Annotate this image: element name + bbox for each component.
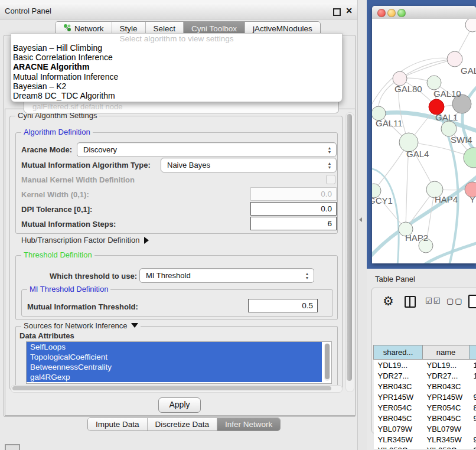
table-cell[interactable]: YIL052C [374, 445, 423, 449]
node-label: GAL [461, 66, 476, 76]
algorithm-option[interactable]: Bayesian – Hill Climbing [11, 43, 342, 53]
table-cell[interactable]: 13 [470, 360, 476, 371]
table-cell[interactable]: YBL079W [374, 423, 423, 434]
table-cell[interactable]: 8. [470, 402, 476, 413]
algorithm-option[interactable]: Mutual Information Inference [11, 72, 342, 81]
table-cell[interactable]: YPR145W [374, 392, 423, 402]
table-row[interactable]: YBR043CYBR043C [374, 381, 476, 392]
network-canvas[interactable]: GALGAL80GAL10GAL1GAL11SWI4GAL4GCY1HAP4YH… [372, 19, 476, 263]
table-cell[interactable]: YER054C [423, 402, 470, 413]
settings-vertical-scrollbar[interactable] [345, 112, 354, 392]
table-cell[interactable]: YLR345W [423, 434, 470, 445]
node-attribute-table[interactable]: shared...nameA YDL19...YDL19...13YDR27..… [373, 345, 476, 449]
table-row[interactable]: YBR045CYBR045C9. [374, 413, 476, 423]
table-row[interactable]: YPR145WYPR145W9. [374, 392, 476, 402]
threshold-definition-title: Threshold Definition [21, 250, 94, 259]
new-table-icon[interactable] [468, 295, 476, 308]
table-row[interactable]: YDL19...YDL19...13 [374, 360, 476, 371]
kernel-width-field[interactable]: 0.0 [250, 187, 337, 201]
table-row[interactable]: YLR345WYLR345W9. [374, 434, 476, 445]
table-row[interactable]: YDR27...YDR27...12 [374, 370, 476, 381]
table-cell[interactable]: 9. [470, 392, 476, 402]
which-threshold-combobox[interactable]: MI Threshold ▲▼ [139, 268, 314, 283]
dpi-tolerance-field[interactable]: 0.0 [250, 202, 337, 216]
table-cell[interactable]: YBR045C [423, 413, 470, 423]
table-cell[interactable]: YBR043C [423, 381, 470, 392]
cyni-mode-tabbar: Impute DataDiscretize DataInfer Network [87, 418, 281, 431]
data-attributes-list[interactable]: SelfLoopsTopologicalCoefficientBetweenne… [26, 341, 332, 384]
table-cell[interactable] [470, 381, 476, 392]
algorithm-option[interactable]: ARACNE Algorithm [11, 62, 342, 71]
column-header-A[interactable]: A [470, 345, 476, 360]
table-cell[interactable]: YPR145W [423, 392, 470, 402]
algorithm-option[interactable]: Bayesian – K2 [11, 81, 342, 91]
checked-boxes-icon[interactable]: ☑☑ [425, 296, 441, 305]
network-node[interactable] [465, 19, 476, 32]
minimized-panel-icon[interactable] [5, 444, 20, 450]
attribute-list-item[interactable]: TopologicalCoefficient [27, 352, 322, 362]
table-cell[interactable]: YDR27... [423, 370, 470, 381]
table-row[interactable]: YER054CYER054C8. [374, 402, 476, 413]
tab-label: Style [120, 24, 138, 33]
algorithm-list: Bayesian – Hill ClimbingBasic Correlatio… [11, 43, 342, 100]
aracne-mode-combobox[interactable]: Discovery ▲▼ [77, 142, 337, 157]
attribute-list-item[interactable]: gal4RGexp [27, 372, 322, 382]
table-cell[interactable]: YDL19... [423, 360, 470, 371]
settings-horizontal-scrollbar[interactable] [11, 385, 343, 393]
table-cell[interactable]: 12 [470, 370, 476, 381]
tab-discretize-data[interactable]: Discretize Data [148, 418, 218, 431]
table-cell[interactable]: YBR043C [374, 381, 423, 392]
divider-collapse-handle[interactable] [359, 217, 362, 222]
table-cell[interactable]: YDR27... [374, 370, 423, 381]
tab-label: Impute Data [96, 420, 139, 429]
algorithm-option[interactable]: Dream8 DC_TDC Algorithm [11, 91, 342, 100]
panel-divider[interactable] [358, 0, 367, 450]
mi-steps-field[interactable]: 6 [250, 217, 337, 230]
columns-icon[interactable] [405, 296, 416, 308]
sources-title[interactable]: Sources for Network Inference [21, 321, 141, 330]
table-cell[interactable] [470, 423, 476, 434]
minimize-traffic-light-icon[interactable] [387, 9, 396, 17]
tab-label: Network [74, 24, 104, 33]
dpi-tolerance-value: 0.0 [321, 204, 332, 213]
close-icon[interactable]: ✕ [345, 6, 353, 15]
column-header-name[interactable]: name [423, 345, 470, 360]
apply-button[interactable]: Apply [158, 397, 201, 413]
network-window[interactable]: GALGAL80GAL10GAL1GAL11SWI4GAL4GCY1HAP4YH… [372, 6, 476, 263]
table-cell[interactable]: 9 [470, 445, 476, 449]
network-node[interactable] [447, 51, 462, 67]
tab-impute-data[interactable]: Impute Data [88, 418, 148, 431]
attribute-list-item[interactable]: SelfLoops [27, 342, 322, 352]
table-cell[interactable]: YBR045C [374, 413, 423, 423]
manual-kernel-checkbox[interactable] [326, 175, 335, 184]
table-cell[interactable]: YDL19... [374, 360, 423, 371]
table-cell[interactable]: YIL052C [423, 445, 470, 449]
mi-threshold-field[interactable]: 0.5 [248, 299, 318, 312]
hub-definition-toggle[interactable]: Hub/Transcription Factor Definition [21, 236, 149, 244]
table-row[interactable]: YBL079WYBL079W [374, 423, 476, 434]
node-label: SWI4 [451, 135, 472, 145]
close-traffic-light-icon[interactable] [377, 9, 386, 17]
zoom-traffic-light-icon[interactable] [397, 9, 406, 17]
table-cell[interactable]: YBL079W [423, 423, 470, 434]
table-row[interactable]: YIL052CYIL052C9 [374, 445, 476, 449]
network-graph: GALGAL80GAL10GAL1GAL11SWI4GAL4GCY1HAP4YH… [372, 19, 476, 263]
aracne-mode-value: Discovery [83, 145, 117, 154]
table-cell[interactable]: 9. [470, 413, 476, 423]
float-window-icon[interactable] [333, 8, 341, 16]
table-cell[interactable]: 9. [470, 434, 476, 445]
list-vertical-scrollbar[interactable] [324, 343, 330, 381]
network-node[interactable] [427, 76, 441, 90]
gear-icon[interactable]: ⚙ [383, 294, 394, 308]
algorithm-option[interactable]: Basic Correlation Inference [11, 53, 342, 62]
column-header-shared...[interactable]: shared... [374, 345, 423, 360]
mi-type-combobox[interactable]: Naive Bayes ▲▼ [161, 158, 337, 172]
table-cell[interactable]: YER054C [374, 402, 423, 413]
attribute-list-item[interactable]: BetweennessCentrality [27, 362, 322, 372]
node-label: GCY1 [372, 195, 393, 206]
unchecked-boxes-icon[interactable]: ▢▢ [446, 296, 464, 305]
tab-infer-network[interactable]: Infer Network [217, 418, 280, 431]
table-cell[interactable]: YLR345W [374, 434, 423, 445]
network-node[interactable] [464, 148, 476, 168]
manual-kernel-label: Manual Kernel Width Definition [21, 175, 135, 184]
